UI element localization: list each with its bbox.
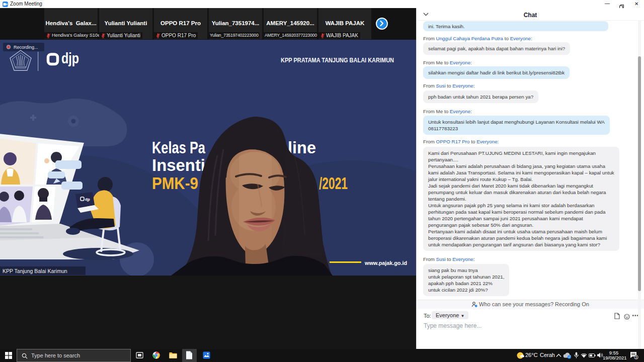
svg-text:Kelas Pa: Kelas Pa (152, 138, 205, 157)
svg-text:djp: djp (61, 50, 79, 66)
svg-text:PMK-9: PMK-9 (152, 174, 198, 193)
svg-text:www.pajak.go.id: www.pajak.go.id (364, 260, 407, 266)
svg-text:/2021: /2021 (319, 174, 348, 193)
svg-text:5: 5 (635, 355, 637, 359)
svg-text:Insenti: Insenti (152, 156, 205, 174)
svg-text:Recording...: Recording... (14, 45, 38, 50)
svg-text:KPP PRATAMA TANJUNG BALAI KARI: KPP PRATAMA TANJUNG BALAI KARIMUN (281, 57, 394, 64)
svg-text:KPP Tanjung Balai Karimun: KPP Tanjung Balai Karimun (3, 268, 67, 274)
svg-text:djp: djp (85, 198, 90, 202)
